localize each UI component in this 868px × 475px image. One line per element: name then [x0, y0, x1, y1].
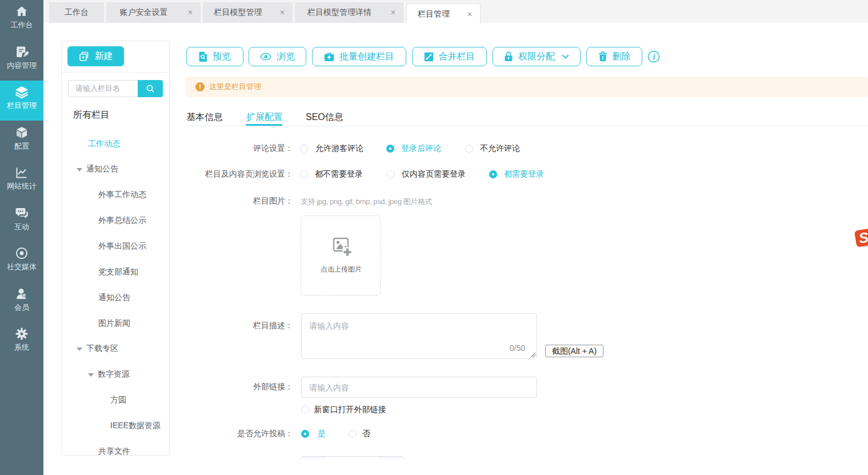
svg-text:i: i	[653, 53, 655, 61]
